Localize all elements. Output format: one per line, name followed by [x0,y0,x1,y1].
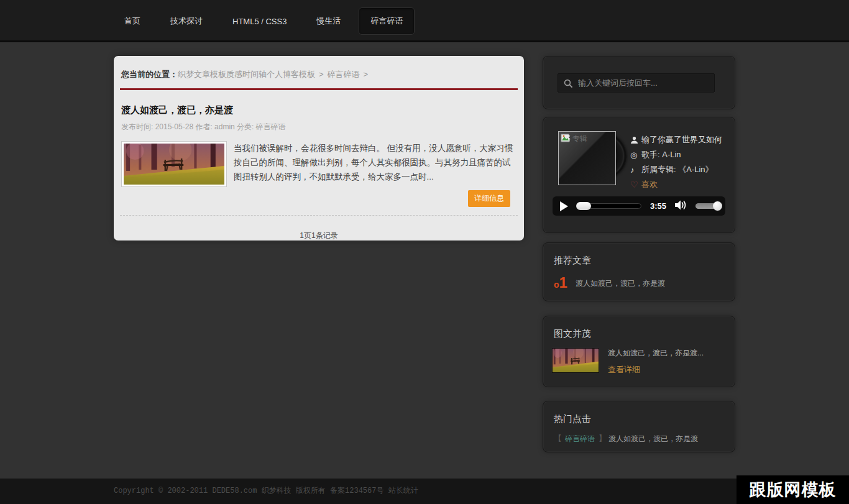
page: 首页 技术探讨 HTML5 / CSS3 慢生活 碎言碎语 您当前的位置：织梦文… [0,0,849,504]
album-alt-label: 专辑 [572,134,587,144]
nav-item-tech[interactable]: 技术探讨 [170,16,203,27]
music-note-icon: ♪ [630,165,641,175]
article-thumbnail[interactable] [121,141,227,187]
song-like-line: ♡ 喜欢 [630,177,722,192]
nav-item-html5-css3[interactable]: HTML5 / CSS3 [232,17,287,26]
hot-article-link[interactable]: 渡人如渡己，渡已，亦是渡 [608,434,698,443]
album-art: 专辑 [558,131,616,185]
breadcrumb-label: 您当前的位置： [121,70,178,79]
list-item: o1 渡人如渡己，渡已，亦是渡 [543,267,735,290]
song-album: 所属专辑: 《A-Lin》 [641,164,714,175]
song-title: 输了你赢了世界又如何 [641,134,722,145]
detail-button[interactable]: 详细信息 [468,190,510,207]
footer: Copyright © 2002-2011 DEDE58.com 织梦科技 版权… [0,479,849,504]
pictext-thumbnail[interactable] [552,348,599,373]
search-box[interactable] [558,73,715,93]
list-item: 渡人如渡己，渡已，亦是渡... 查看详细 [543,340,735,375]
breadcrumb-category-link[interactable]: 碎言碎语 [328,70,360,79]
pictext-panel: 图文并茂 渡人如渡己，渡已，亦是渡... 查看详细 [543,316,735,387]
watermark-badge: 跟版网模板 [737,475,849,504]
recommend-title: 推荐文章 [543,243,735,267]
hot-panel: 热门点击 【 碎言碎语 】 渡人如渡己，渡已，亦是渡 [543,401,735,452]
article-excerpt: 当我们被误解时，会花很多时间去辩白。 但没有用，没人愿意听，大家习惯按自己的所闻… [234,141,516,187]
view-detail-link[interactable]: 查看详细 [608,364,704,375]
speaker-icon[interactable] [674,199,688,213]
record-icon: ◎ [630,150,641,160]
track-duration: 3:55 [650,201,666,211]
nav-item-home[interactable]: 首页 [124,16,140,27]
bracket-close: 】 [599,434,607,443]
rank-number: o1 [554,275,567,290]
nav-item-fragments-active[interactable]: 碎言碎语 [359,7,415,35]
watermark-text: 跟版网模板 [750,479,837,501]
progress-bar[interactable] [577,203,641,209]
hot-category-link[interactable]: 碎言碎语 [565,434,595,443]
article-meta: 发布时间: 2015-05-28 作者: admin 分类: 碎言碎语 [121,122,516,132]
recommend-article-link[interactable]: 渡人如渡己，渡已，亦是渡 [576,278,665,290]
pictext-title: 图文并茂 [543,316,735,340]
content-panel: 您当前的位置：织梦文章模板质感时间轴个人博客模板>碎言碎语> 渡人如渡己，渡已，… [114,56,524,241]
song-album-line: ♪ 所属专辑: 《A-Lin》 [630,162,722,177]
article-title[interactable]: 渡人如渡己，渡已，亦是渡 [121,104,516,116]
play-button[interactable] [560,201,568,211]
volume-thumb[interactable] [713,201,722,211]
pictext-article-link[interactable]: 渡人如渡己，渡已，亦是渡... [608,348,704,359]
player-controls: 3:55 [553,196,725,216]
song-title-line: 输了你赢了世界又如何 [630,132,722,147]
breadcrumb-divider [120,88,518,90]
user-icon [630,136,641,144]
main-nav: 首页 技术探讨 HTML5 / CSS3 慢生活 碎言碎语 [0,0,849,42]
search-input[interactable] [578,78,709,88]
hot-title: 热门点击 [543,401,735,425]
heart-icon: ♡ [630,180,641,190]
bracket-open: 【 [554,434,562,443]
song-artist: 歌手: A-Lin [641,149,681,160]
search-panel [543,56,735,109]
nav-item-slowlife[interactable]: 慢生活 [316,16,341,27]
music-player-panel: 专辑 输了你赢了世界又如何 ◎ 歌手: A-Lin ♪ 所属专辑: 《A-Lin… [543,117,735,233]
list-item: 【 碎言碎语 】 渡人如渡己，渡已，亦是渡 [543,425,735,444]
pagination-info: 1页1条记录 [114,216,524,241]
song-artist-line: ◎ 歌手: A-Lin [630,147,722,162]
like-link[interactable]: 喜欢 [641,179,658,190]
volume-slider[interactable] [695,203,720,209]
search-icon [564,79,572,88]
top-navbar: 首页 技术探讨 HTML5 / CSS3 慢生活 碎言碎语 [0,0,849,42]
breadcrumb-separator: > [319,70,324,79]
recommend-panel: 推荐文章 o1 渡人如渡己，渡已，亦是渡 [543,242,735,301]
progress-thumb[interactable] [576,202,591,210]
breadcrumb: 您当前的位置：织梦文章模板质感时间轴个人博客模板>碎言碎语> [114,56,524,88]
broken-image-icon [561,134,571,142]
breadcrumb-separator: > [364,70,369,79]
breadcrumb-site-link[interactable]: 织梦文章模板质感时间轴个人博客模板 [178,70,315,79]
article-item: 渡人如渡己，渡已，亦是渡 发布时间: 2015-05-28 作者: admin … [114,104,524,207]
sidebar: 专辑 输了你赢了世界又如何 ◎ 歌手: A-Lin ♪ 所属专辑: 《A-Lin… [543,56,735,452]
